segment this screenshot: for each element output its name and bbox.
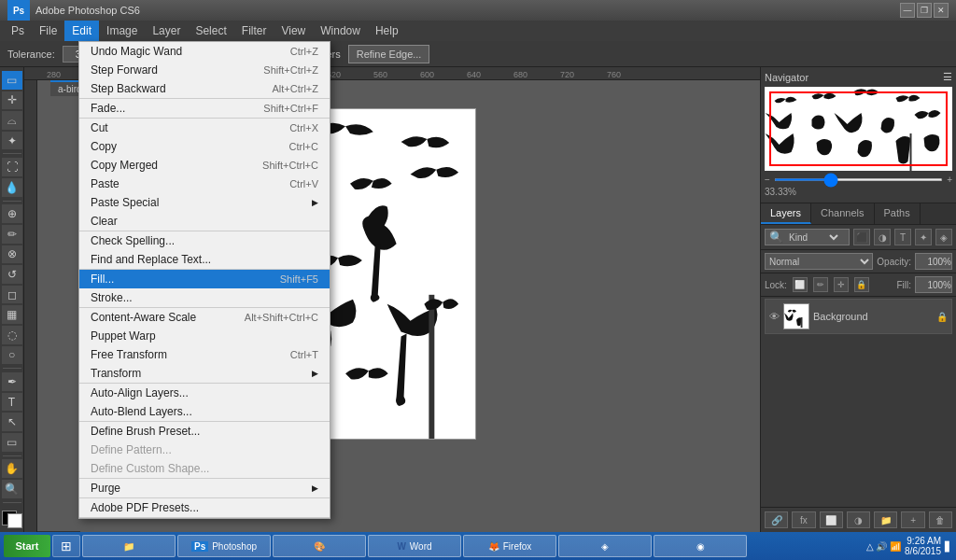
menu-auto-align[interactable]: Auto-Align Layers... — [79, 384, 330, 402]
minimize-button[interactable]: — — [900, 3, 915, 18]
layer-delete-button[interactable]: 🗑 — [929, 511, 952, 528]
tool-hand[interactable]: ✋ — [2, 459, 22, 478]
layer-link-button[interactable]: 🔗 — [765, 511, 788, 528]
menu-check-spelling[interactable]: Check Spelling... — [79, 231, 330, 250]
layer-item-background[interactable]: 👁 Background 🔒 — [765, 299, 952, 334]
layers-search[interactable]: 🔍 Kind — [765, 229, 850, 245]
menu-help[interactable]: Help — [368, 21, 406, 41]
adjustment-filter-btn[interactable]: ◑ — [874, 229, 891, 245]
background-color[interactable] — [7, 513, 22, 528]
tool-eyedropper[interactable]: 💧 — [2, 178, 22, 197]
tool-dodge[interactable]: ○ — [2, 346, 22, 365]
menu-fade[interactable]: Fade... Shift+Ctrl+F — [79, 99, 330, 118]
start-button[interactable]: Start — [4, 535, 50, 557]
tab-channels[interactable]: Channels — [811, 203, 874, 224]
menu-define-custom-shape[interactable]: Define Custom Shape... — [79, 459, 330, 478]
menu-stroke[interactable]: Stroke... — [79, 288, 330, 307]
menu-content-aware-scale[interactable]: Content-Aware Scale Alt+Shift+Ctrl+C — [79, 308, 330, 327]
tool-lasso[interactable]: ⌓ — [2, 111, 22, 130]
tool-pen[interactable]: ✒ — [2, 372, 22, 391]
tool-gradient[interactable]: ▦ — [2, 305, 22, 324]
menu-free-transform[interactable]: Free Transform Ctrl+T — [79, 345, 330, 364]
menu-window[interactable]: Window — [313, 21, 368, 41]
layer-group-button[interactable]: 📁 — [874, 511, 897, 528]
restore-button[interactable]: ❐ — [917, 3, 932, 18]
layer-new-button[interactable]: + — [901, 511, 924, 528]
tool-crop[interactable]: ⛶ — [2, 158, 22, 176]
menu-file[interactable]: File — [32, 21, 64, 41]
menu-clear[interactable]: Clear — [79, 212, 330, 231]
menu-fill[interactable]: Fill... Shift+F5 — [79, 270, 330, 288]
tool-zoom[interactable]: 🔍 — [2, 480, 22, 498]
zoom-in-icon[interactable]: + — [947, 175, 952, 185]
type-filter-btn[interactable]: T — [894, 229, 911, 245]
menu-select[interactable]: Select — [188, 21, 233, 41]
tool-blur[interactable]: ◌ — [2, 326, 22, 344]
menu-ps[interactable]: Ps — [4, 21, 32, 41]
menu-purge[interactable]: Purge — [79, 479, 330, 497]
menu-image[interactable]: Image — [99, 21, 145, 41]
edit-dropdown-menu[interactable]: Undo Magic Wand Ctrl+Z Step Forward Shif… — [78, 41, 330, 519]
smart-filter-btn[interactable]: ◈ — [935, 229, 952, 245]
layer-visibility-icon[interactable]: 👁 — [769, 311, 780, 322]
tool-eraser[interactable]: ◻ — [2, 286, 22, 304]
tool-heal[interactable]: ⊕ — [2, 204, 22, 223]
menu-paste[interactable]: Paste Ctrl+V — [79, 175, 330, 193]
menu-copy-merged[interactable]: Copy Merged Shift+Ctrl+C — [79, 156, 330, 175]
tool-text[interactable]: T — [2, 393, 22, 412]
taskbar-app-word[interactable]: W Word — [368, 535, 461, 557]
title-bar-controls[interactable]: — ❐ ✕ — [900, 3, 949, 18]
taskbar-app-app1[interactable]: ◈ — [558, 535, 652, 557]
lock-all-btn[interactable]: 🔒 — [854, 277, 869, 292]
kind-select[interactable]: Kind — [785, 231, 841, 244]
navigator-menu-icon[interactable]: ☰ — [943, 71, 952, 83]
tab-paths[interactable]: Paths — [875, 203, 921, 224]
tab-layers[interactable]: Layers — [761, 203, 811, 224]
blend-mode-select[interactable]: Normal — [765, 253, 873, 270]
taskbar-app-photoshop[interactable]: Ps Photoshop — [177, 535, 271, 557]
taskbar-show-desktop[interactable]: ▋ — [945, 541, 952, 552]
lock-pixels-btn[interactable]: ✏ — [813, 277, 828, 292]
taskbar-app-explorer[interactable]: 📁 — [82, 535, 176, 557]
menu-pdf-presets[interactable]: Adobe PDF Presets... — [79, 498, 330, 517]
layer-fx-button[interactable]: fx — [792, 511, 815, 528]
menu-define-pattern[interactable]: Define Pattern... — [79, 441, 330, 459]
zoom-slider[interactable] — [774, 178, 943, 181]
fill-input[interactable] — [915, 276, 952, 293]
tool-stamp[interactable]: ⊗ — [2, 245, 22, 264]
menu-paste-special[interactable]: Paste Special — [79, 193, 330, 212]
layer-adjust-button[interactable]: ◑ — [847, 511, 870, 528]
menu-find-replace[interactable]: Find and Replace Text... — [79, 250, 330, 269]
refine-edge-button[interactable]: Refine Edge... — [348, 45, 430, 63]
menu-step-forward[interactable]: Step Forward Shift+Ctrl+Z — [79, 61, 330, 79]
menu-auto-blend[interactable]: Auto-Blend Layers... — [79, 402, 330, 421]
menu-cut[interactable]: Cut Ctrl+X — [79, 119, 330, 137]
pixel-filter-btn[interactable]: ⬛ — [853, 229, 870, 245]
taskbar-app-app2[interactable]: ◉ — [654, 535, 747, 557]
menu-filter[interactable]: Filter — [234, 21, 274, 41]
layer-mask-button[interactable]: ⬜ — [820, 511, 843, 528]
tool-path[interactable]: ↖ — [2, 413, 22, 431]
tool-move[interactable]: ✛ — [2, 91, 22, 110]
opacity-input[interactable] — [915, 253, 952, 270]
taskbar-app-firefox[interactable]: 🦊 Firefox — [463, 535, 556, 557]
shape-filter-btn[interactable]: ✦ — [915, 229, 932, 245]
menu-view[interactable]: View — [274, 21, 313, 41]
lock-transparent-btn[interactable]: ⬜ — [793, 277, 808, 292]
tool-magic-wand[interactable]: ✦ — [2, 132, 22, 150]
tool-brush[interactable]: ✏ — [2, 225, 22, 244]
taskbar-app-paint[interactable]: 🎨 — [273, 535, 366, 557]
menu-transform[interactable]: Transform — [79, 364, 330, 383]
menu-copy[interactable]: Copy Ctrl+C — [79, 137, 330, 156]
menu-layer[interactable]: Layer — [145, 21, 188, 41]
zoom-out-icon[interactable]: − — [765, 175, 770, 185]
menu-puppet-warp[interactable]: Puppet Warp — [79, 327, 330, 345]
menu-undo-magic-wand[interactable]: Undo Magic Wand Ctrl+Z — [79, 42, 330, 61]
menu-define-brush[interactable]: Define Brush Preset... — [79, 422, 330, 441]
menu-edit[interactable]: Edit — [64, 21, 99, 41]
lock-position-btn[interactable]: ✛ — [834, 277, 849, 292]
close-button[interactable]: ✕ — [934, 3, 949, 18]
menu-step-backward[interactable]: Step Backward Alt+Ctrl+Z — [79, 79, 330, 98]
tool-shape[interactable]: ▭ — [2, 433, 22, 452]
tool-marquee[interactable]: ▭ — [2, 71, 22, 90]
